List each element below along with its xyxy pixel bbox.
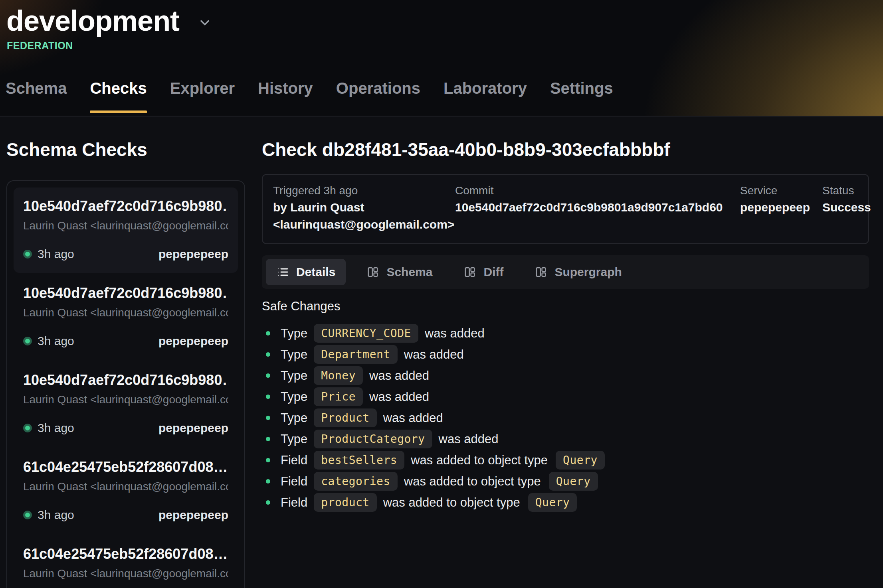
detail-tab[interactable]: Details	[266, 259, 346, 285]
change-suffix: was added	[383, 411, 443, 425]
check-list-item[interactable]: 61c04e25475eb52f28607d08… Laurin Quast <…	[14, 535, 238, 588]
change-item: Field categories was added to object typ…	[262, 472, 869, 491]
main-panel: Check db28f481-35aa-40b0-b8b9-303ecfabbb…	[262, 139, 869, 588]
detail-tabs: Details Schema	[262, 255, 869, 289]
check-id: 61c04e25475eb52f28607d08…	[23, 459, 228, 476]
detail-tab-label: Schema	[386, 265, 432, 279]
check-id: 10e540d7aef72c0d716c9b980…	[23, 285, 228, 302]
check-time-label: 3h ago	[38, 334, 74, 348]
nav-tab[interactable]: Laboratory	[443, 79, 527, 116]
check-list-item[interactable]: 10e540d7aef72c0d716c9b980… Laurin Quast …	[14, 361, 238, 447]
change-suffix: was added to object type	[411, 453, 548, 468]
check-meta-row: 3h ago pepepepeep	[23, 508, 228, 522]
meta-triggered: Triggered 3h ago by Laurin Quast <laurin…	[273, 183, 455, 233]
change-kind: Type	[281, 369, 307, 383]
change-kind: Field	[281, 495, 307, 510]
check-time: 3h ago	[23, 334, 74, 348]
check-time: 3h ago	[23, 421, 74, 435]
check-list-item[interactable]: 10e540d7aef72c0d716c9b980… Laurin Quast …	[14, 274, 238, 360]
change-code-chip: Price	[314, 387, 363, 406]
triggered-label: Triggered 3h ago	[273, 183, 455, 199]
change-kind: Type	[281, 432, 307, 446]
change-item: Type Price was added	[262, 387, 869, 406]
service-label: Service	[740, 183, 822, 199]
change-item: Field bestSellers was added to object ty…	[262, 451, 869, 470]
nav-tab[interactable]: Checks	[90, 79, 147, 116]
check-time-label: 3h ago	[38, 508, 74, 522]
check-list-item[interactable]: 61c04e25475eb52f28607d08… Laurin Quast <…	[14, 448, 238, 534]
columns-icon	[366, 266, 379, 278]
service-value: pepepepeep	[740, 199, 822, 216]
check-list-item[interactable]: 10e540d7aef72c0d716c9b980… Laurin Quast …	[14, 187, 238, 273]
nav-tab[interactable]: History	[258, 79, 313, 116]
changes-list: Type CURRENCY_CODE was added Type Depart…	[262, 324, 869, 512]
change-item: Field product was added to object type Q…	[262, 493, 869, 512]
change-item: Type Department was added	[262, 345, 869, 364]
change-target-chip: Query	[549, 472, 598, 491]
change-code-chip: ProductCategory	[314, 430, 432, 448]
success-dot-icon	[23, 337, 32, 345]
change-suffix: was added	[425, 326, 485, 341]
check-meta-box: Triggered 3h ago by Laurin Quast <laurin…	[262, 174, 869, 244]
change-code-chip: bestSellers	[314, 451, 404, 470]
change-code-chip: CURRENCY_CODE	[314, 324, 418, 343]
nav-tab[interactable]: Operations	[336, 79, 420, 116]
status-value: Success	[822, 199, 871, 216]
check-meta-row: 3h ago pepepepeep	[23, 247, 228, 261]
list-icon	[276, 266, 289, 278]
checks-list: 10e540d7aef72c0d716c9b980… Laurin Quast …	[6, 180, 245, 588]
change-kind: Field	[281, 453, 307, 468]
bullet-icon	[266, 479, 270, 483]
bullet-icon	[266, 352, 270, 357]
bullet-icon	[266, 331, 270, 335]
detail-tab[interactable]: Supergraph	[524, 259, 632, 285]
chevron-down-icon[interactable]	[198, 16, 212, 30]
change-code-chip: Money	[314, 366, 363, 385]
detail-tab-label: Details	[296, 265, 335, 279]
columns-icon	[463, 266, 476, 278]
triggered-email: <laurinquast@googlemail.com>	[273, 216, 455, 233]
nav-tab[interactable]: Schema	[6, 79, 67, 116]
detail-tab[interactable]: Diff	[453, 259, 514, 285]
nav-tab[interactable]: Explorer	[170, 79, 235, 116]
check-id: 10e540d7aef72c0d716c9b980…	[23, 198, 228, 215]
check-service: pepepepeep	[158, 334, 228, 348]
change-code-chip: categories	[314, 472, 398, 491]
check-service: pepepepeep	[158, 508, 228, 522]
section-title: Safe Changes	[262, 299, 869, 314]
success-dot-icon	[23, 250, 32, 258]
change-suffix: was added	[369, 369, 429, 383]
workspace-title[interactable]: development	[6, 6, 179, 35]
check-time-label: 3h ago	[38, 421, 74, 435]
sidebar-title: Schema Checks	[6, 139, 245, 160]
check-author: Laurin Quast <laurinquast@googlemail.co…	[23, 393, 228, 406]
change-code-chip: Product	[314, 408, 377, 427]
project-type-badge: FEDERATION	[7, 40, 883, 51]
change-target-chip: Query	[556, 451, 605, 470]
meta-service: Service pepepepeep	[740, 183, 822, 233]
check-author: Laurin Quast <laurinquast@googlemail.co…	[23, 219, 228, 232]
check-id: 10e540d7aef72c0d716c9b980…	[23, 372, 228, 389]
bullet-icon	[266, 437, 270, 441]
change-kind: Type	[281, 326, 307, 341]
check-id: 61c04e25475eb52f28607d08…	[23, 546, 228, 562]
check-service: pepepepeep	[158, 247, 228, 261]
status-label: Status	[822, 183, 871, 199]
header: development FEDERATION Schema Checks Exp…	[0, 0, 883, 116]
change-code-chip: Department	[314, 345, 398, 364]
success-dot-icon	[23, 511, 32, 519]
commit-value: 10e540d7aef72c0d716c9b9801a9d907c1a7bd60	[455, 199, 740, 216]
detail-tab-label: Supergraph	[554, 265, 622, 279]
detail-tab[interactable]: Schema	[356, 259, 443, 285]
triggered-by: by Laurin Quast	[273, 199, 455, 216]
check-meta-row: 3h ago pepepepeep	[23, 421, 228, 435]
check-author: Laurin Quast <laurinquast@googlemail.co…	[23, 306, 228, 319]
nav-tab[interactable]: Settings	[550, 79, 613, 116]
meta-status: Status Success	[822, 183, 871, 233]
workspace-selector[interactable]: development	[0, 0, 883, 35]
change-code-chip: product	[314, 493, 377, 512]
check-service: pepepepeep	[158, 421, 228, 435]
check-meta-row: 3h ago pepepepeep	[23, 334, 228, 348]
change-item: Type Money was added	[262, 366, 869, 385]
check-author: Laurin Quast <laurinquast@googlemail.co…	[23, 567, 228, 580]
